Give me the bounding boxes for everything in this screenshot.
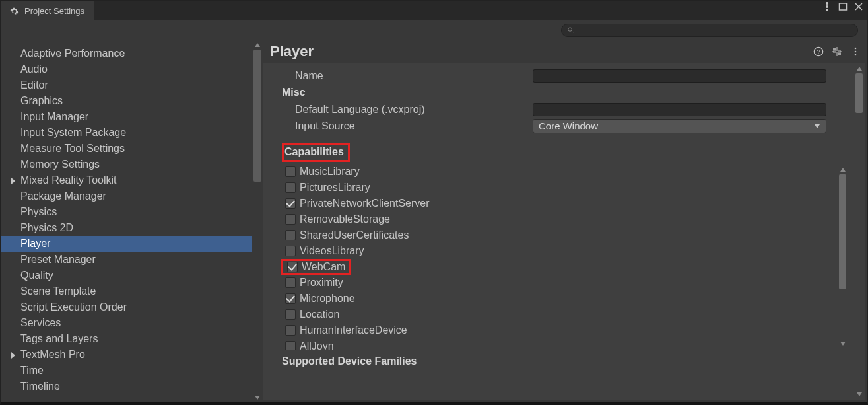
sidebar-item-tags-and-layers[interactable]: Tags and Layers <box>1 331 263 347</box>
capability-row-privatenetworkclientserver: PrivateNetworkClientServer <box>279 196 835 211</box>
sidebar-item-label: Scene Template <box>20 285 96 297</box>
capabilities-heading: Capabilities <box>282 141 849 165</box>
sidebar-item-textmesh-pro[interactable]: TextMesh Pro <box>1 347 263 363</box>
search-input[interactable] <box>561 24 858 37</box>
sidebar-item-label: Editor <box>20 79 48 91</box>
capabilities-panel: MusicLibraryPicturesLibraryPrivateNetwor… <box>275 163 849 350</box>
checkbox[interactable] <box>287 262 298 272</box>
sidebar-item-memory-settings[interactable]: Memory Settings <box>1 157 263 172</box>
sidebar-item-services[interactable]: Services <box>1 315 263 331</box>
maximize-button[interactable] <box>838 2 848 11</box>
input-source-value: Core Window <box>539 120 598 131</box>
capability-label: Location <box>300 309 340 320</box>
main-content: Name Misc Default Language (.vcxproj) In… <box>263 63 865 400</box>
checkbox[interactable] <box>285 182 296 193</box>
page-title: Player <box>270 43 314 60</box>
scroll-up-icon[interactable] <box>252 40 263 50</box>
name-row: Name <box>282 67 849 84</box>
sidebar-item-adaptive-performance[interactable]: Adaptive Performance <box>1 46 263 61</box>
sidebar-item-label: Physics 2D <box>20 222 73 234</box>
capability-label: PrivateNetworkClientServer <box>300 198 430 209</box>
capability-label: PicturesLibrary <box>300 182 370 194</box>
sidebar-item-audio[interactable]: Audio <box>1 61 263 77</box>
capability-row-removablestorage: RemovableStorage <box>279 211 835 227</box>
scrollbar-thumb[interactable] <box>253 50 261 182</box>
svg-point-9 <box>855 54 857 56</box>
sidebar-item-package-manager[interactable]: Package Manager <box>1 188 263 204</box>
default-language-row: Default Language (.vcxproj) <box>282 101 849 118</box>
default-language-input[interactable] <box>533 103 826 116</box>
main-scrollbar[interactable] <box>854 64 864 399</box>
scroll-down-icon[interactable] <box>838 339 847 348</box>
checkbox[interactable] <box>285 230 296 240</box>
scrollbar-thumb[interactable] <box>839 174 846 289</box>
sidebar-item-editor[interactable]: Editor <box>1 77 263 93</box>
sidebar-item-input-manager[interactable]: Input Manager <box>1 109 263 125</box>
capability-label: AllJoyn <box>300 340 334 350</box>
capability-label: SharedUserCertificates <box>300 229 409 241</box>
sidebar-item-time[interactable]: Time <box>1 363 263 379</box>
sidebar-item-timeline[interactable]: Timeline <box>1 379 263 394</box>
expander-icon[interactable] <box>10 350 17 362</box>
presets-icon[interactable] <box>832 46 842 57</box>
checkbox[interactable] <box>285 325 296 336</box>
checkbox[interactable] <box>285 293 296 304</box>
checkbox[interactable] <box>285 341 296 350</box>
sidebar-item-label: Audio <box>20 63 48 75</box>
scroll-down-icon[interactable] <box>854 390 864 399</box>
sidebar-item-physics[interactable]: Physics <box>1 204 263 220</box>
sidebar-item-quality[interactable]: Quality <box>1 268 263 283</box>
expander-icon[interactable] <box>10 176 17 188</box>
input-source-row: Input Source Core Window <box>282 118 849 134</box>
svg-text:?: ? <box>817 48 820 55</box>
sidebar-item-player[interactable]: Player <box>1 236 263 252</box>
sidebar-item-label: Time <box>20 365 44 377</box>
svg-point-8 <box>855 51 857 53</box>
titlebar: Project Settings <box>1 1 867 20</box>
sidebar-item-scene-template[interactable]: Scene Template <box>1 283 263 299</box>
capability-row-location: Location <box>279 307 835 322</box>
search-field[interactable] <box>578 26 852 35</box>
checkbox[interactable] <box>285 214 296 225</box>
sidebar-item-label: Mixed Reality Toolkit <box>20 174 117 186</box>
close-button[interactable] <box>854 2 863 11</box>
capabilities-scrollbar[interactable] <box>838 165 847 348</box>
scrollbar-thumb[interactable] <box>855 73 863 113</box>
checkbox[interactable] <box>285 309 296 320</box>
chevron-down-icon <box>814 124 820 129</box>
sidebar-item-preset-manager[interactable]: Preset Manager <box>1 252 263 268</box>
sidebar-scrollbar[interactable] <box>252 40 263 402</box>
capability-row-alljoyn: AllJoyn <box>279 338 835 350</box>
capability-row-musiclibrary: MusicLibrary <box>279 164 835 180</box>
capability-highlight: WebCam <box>281 259 351 275</box>
svg-point-2 <box>826 9 828 11</box>
sidebar-item-mixed-reality-toolkit[interactable]: Mixed Reality Toolkit <box>1 172 263 188</box>
sidebar-item-label: Physics <box>20 206 57 218</box>
checkbox[interactable] <box>285 246 296 256</box>
sidebar-item-input-system-package[interactable]: Input System Package <box>1 125 263 141</box>
name-input[interactable] <box>533 69 826 83</box>
input-source-dropdown[interactable]: Core Window <box>533 119 826 133</box>
checkbox[interactable] <box>285 277 296 288</box>
scroll-up-icon[interactable] <box>838 165 847 174</box>
capability-row-humaninterfacedevice: HumanInterfaceDevice <box>279 322 835 338</box>
kebab-icon[interactable] <box>822 2 832 11</box>
window-tab[interactable]: Project Settings <box>1 1 94 20</box>
sidebar-item-label: Measure Tool Settings <box>20 143 125 155</box>
sidebar-item-graphics[interactable]: Graphics <box>1 93 263 109</box>
scroll-up-icon[interactable] <box>854 64 864 73</box>
sidebar-item-label: Timeline <box>20 381 60 392</box>
sidebar-item-script-execution-order[interactable]: Script Execution Order <box>1 299 263 315</box>
sidebar-item-physics-2d[interactable]: Physics 2D <box>1 220 263 236</box>
context-menu-icon[interactable] <box>850 46 861 57</box>
checkbox[interactable] <box>285 166 296 177</box>
capability-row-webcam: WebCam <box>279 259 835 275</box>
sidebar-item-measure-tool-settings[interactable]: Measure Tool Settings <box>1 141 263 157</box>
toolbar <box>1 20 867 40</box>
window-tab-label: Project Settings <box>24 6 84 16</box>
scroll-down-icon[interactable] <box>252 393 263 402</box>
sidebar-item-label: TextMesh Pro <box>20 349 85 361</box>
checkbox[interactable] <box>285 198 296 209</box>
project-settings-window: Project Settings Adaptive PerformanceAud… <box>0 0 868 405</box>
help-icon[interactable]: ? <box>813 46 824 57</box>
